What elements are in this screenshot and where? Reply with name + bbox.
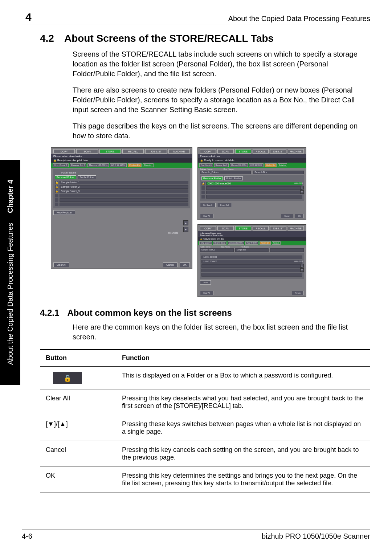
cancel-button[interactable]: Cancel xyxy=(163,262,177,267)
clear-all-button[interactable]: Clear All xyxy=(200,291,213,295)
tab-joblist[interactable]: JOB LIST xyxy=(145,149,167,154)
table-row: Clear All Pressing this key deselects wh… xyxy=(40,389,370,415)
subtab-personal[interactable]: Personal Folder xyxy=(55,175,76,179)
chip: Memory 100.000% xyxy=(230,163,248,167)
tab-scan[interactable]: SCAN xyxy=(76,149,98,154)
subsection-title: About common keys on the list screens xyxy=(67,308,232,318)
fn-cell: Pressing this key cancels each setting o… xyxy=(116,441,370,467)
page-count: 0001/0001 xyxy=(168,232,178,234)
ready-text: Ready to receive print data xyxy=(203,238,224,240)
screen-title-bar: Please select store folder xyxy=(51,154,192,158)
tab-scan[interactable]: SCAN xyxy=(217,226,233,230)
chip: Modem Err xyxy=(265,163,277,167)
ok-button[interactable]: OK xyxy=(295,214,304,218)
section-title: About Screens of the STORE/RECALL Tabs xyxy=(64,33,274,44)
chip: Reserve Job 0 xyxy=(214,163,229,167)
title-line2: Please push a [Store] button xyxy=(200,234,223,236)
subsection-heading: 4.2.1About common keys on the list scree… xyxy=(40,308,370,318)
subtab-public[interactable]: Public Folder xyxy=(224,176,243,180)
return-button[interactable]: Return xyxy=(292,291,304,295)
lock-icon: 🔒 xyxy=(55,189,58,193)
cancel-button[interactable]: Cancel xyxy=(281,214,293,218)
page-up-button[interactable]: ▲ xyxy=(300,264,304,268)
page-up-button[interactable]: ▲ xyxy=(183,220,188,225)
table-row: Cancel Pressing this key cancels each se… xyxy=(40,441,370,467)
chip: Memory 100.000% xyxy=(228,241,244,245)
ok-button[interactable]: OK xyxy=(180,262,190,267)
tab-copy[interactable]: COPY xyxy=(200,149,216,154)
chip: Orig. Count 0 xyxy=(199,241,212,245)
table-row: 🔒 This is displayed on a Folder or a Box… xyxy=(40,367,370,389)
subsection-number: 4.2.1 xyxy=(40,308,59,318)
tab-machine[interactable]: MACHINE xyxy=(288,149,304,154)
header-file: File Name xyxy=(241,246,249,248)
screenshot-folder-list: COPY SCAN STORE RECALL JOB LIST MACHINE … xyxy=(51,147,192,269)
chip: Rotation xyxy=(272,241,281,245)
btn-cell: OK xyxy=(40,467,116,493)
chip-hdd: HDD 99.993% xyxy=(110,163,127,167)
clear-all-button[interactable]: Clear All xyxy=(53,262,69,267)
col-function: Function xyxy=(116,350,370,367)
chip: Rotation xyxy=(278,163,287,167)
page-down-button[interactable]: ▼ xyxy=(300,190,304,194)
chip: HDD 99.993% xyxy=(249,163,264,167)
tab-joblist[interactable]: JOB LIST xyxy=(270,226,286,230)
tab-scan[interactable]: SCAN xyxy=(217,149,233,154)
folder-name-value: SampleFolder_1 xyxy=(200,248,234,252)
subtab-personal[interactable]: Personal Folder xyxy=(201,176,223,180)
list-item[interactable]: SampleFolder_2 xyxy=(60,185,188,189)
side-tab-text: About the Copied Data Processing Feature… xyxy=(6,223,15,364)
lock-icon: 🔒 xyxy=(53,159,57,162)
list-item[interactable]: fax0001 00/00/00 xyxy=(201,256,302,259)
section-number: 4.2 xyxy=(40,33,54,44)
store-button[interactable]: Store xyxy=(200,280,211,285)
chip: Reserve Job 0 xyxy=(213,241,226,245)
tab-recall[interactable]: RECALL xyxy=(122,149,144,154)
btn-cell: Cancel xyxy=(40,441,116,467)
col-button: Button xyxy=(40,350,116,367)
tab-recall[interactable]: RECALL xyxy=(253,226,269,230)
tab-copy[interactable]: COPY xyxy=(200,226,216,230)
list-item[interactable]: 00001000 Image000 xyxy=(206,182,302,185)
ready-text: Ready to receive print data xyxy=(57,159,88,162)
keys-table: Button Function 🔒 This is displayed on a… xyxy=(40,349,370,493)
header-folder: Folder Name xyxy=(200,168,213,170)
list-item[interactable]: fax0002 00/00/00 xyxy=(201,260,302,264)
page-up-button[interactable]: ▲ xyxy=(300,186,304,189)
chip-origcount: Orig. Count 0 xyxy=(53,163,69,167)
tab-copy[interactable]: COPY xyxy=(53,149,75,154)
tab-recall[interactable]: RECALL xyxy=(253,149,269,154)
running-head: About the Copied Data Processing Feature… xyxy=(228,15,370,23)
chip-reserve: Reserve Job 0 xyxy=(70,163,87,167)
tab-machine[interactable]: MACHINE xyxy=(288,226,304,230)
page-down-button[interactable]: ▼ xyxy=(300,268,304,272)
fn-cell: This is displayed on a Folder or a Box t… xyxy=(116,367,370,389)
footer-page: 4-6 xyxy=(22,532,32,540)
tab-store[interactable]: STORE xyxy=(235,149,251,154)
tab-machine[interactable]: MACHINE xyxy=(168,149,190,154)
direct-call-button[interactable]: Direct Call xyxy=(217,203,232,207)
fn-cell: Pressing these keys switches between pag… xyxy=(116,415,370,441)
subtab-public[interactable]: Public Folder xyxy=(78,175,96,179)
side-tab-chapter: Chapter 4 xyxy=(6,180,15,213)
lock-icon: 🔒 xyxy=(201,182,205,185)
chip-modem: Modem Err xyxy=(128,163,142,167)
list-item[interactable]: SampleFolder_3 xyxy=(60,189,188,193)
folder-name-label: Folder Name xyxy=(61,171,188,174)
lock-icon: 🔒 xyxy=(200,159,203,162)
lock-icon: 🔒 xyxy=(53,372,82,384)
lock-icon: 🔒 xyxy=(200,238,202,240)
list-item[interactable]: SampleFolder_1 xyxy=(60,181,188,184)
tab-store[interactable]: STORE xyxy=(235,226,251,230)
tab-store[interactable]: STORE xyxy=(99,149,121,154)
screenshot-file-list: COPY SCAN STORE RECALL JOB LIST MACHINE … xyxy=(197,224,306,297)
chip: HDD 99.993% xyxy=(245,241,259,245)
ready-text: Ready to receive print data xyxy=(204,159,234,162)
no-search-button[interactable]: No. Search xyxy=(200,203,216,207)
para-3: This page describes the keys on the list… xyxy=(73,121,370,141)
new-register-button[interactable]: New Register xyxy=(53,210,75,215)
sub-para: Here are the common keys on the folder l… xyxy=(73,322,370,342)
clear-all-button[interactable]: Clear All xyxy=(200,214,213,218)
page-down-button[interactable]: ▼ xyxy=(183,227,188,232)
tab-joblist[interactable]: JOB LIST xyxy=(270,149,286,154)
